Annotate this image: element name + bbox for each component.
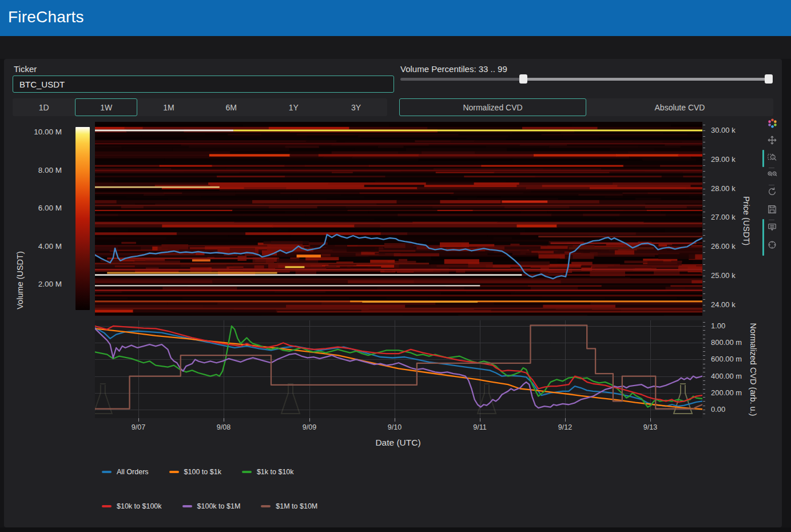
legend-row-2: $10k to $100k$100k to $1M$1M to $10M <box>102 502 317 510</box>
date-tick-label: 9/09 <box>292 423 327 431</box>
zoom-in-out-icon <box>767 169 777 182</box>
volume-tick-label: 2.00 M <box>22 280 62 288</box>
timeframe-1d[interactable]: 1D <box>13 98 75 116</box>
date-tick-label: 9/08 <box>206 423 241 431</box>
cvd-minor-tick <box>703 397 705 398</box>
price-tick-label: 27.00 k <box>711 213 736 221</box>
price-minor-tick <box>703 206 705 207</box>
box-zoom-icon <box>767 152 777 165</box>
price-minor-tick <box>703 305 705 305</box>
price-minor-tick <box>703 276 705 276</box>
cvd-mode-absolute-cvd[interactable]: Absolute CVD <box>586 98 773 116</box>
modebar-active-indicator <box>762 219 764 256</box>
cvd-minor-tick <box>703 351 705 352</box>
price-minor-tick <box>703 259 705 259</box>
price-minor-tick <box>703 182 705 183</box>
price-minor-tick <box>703 229 705 230</box>
timeframe-1w[interactable]: 1W <box>75 98 137 116</box>
ticker-input[interactable] <box>13 76 394 93</box>
ticker-label: Ticker <box>14 64 37 74</box>
modebar-active-indicator <box>762 150 764 167</box>
date-tick-mark <box>138 418 139 422</box>
price-minor-tick <box>703 224 705 224</box>
price-minor-tick <box>703 212 705 212</box>
legend-item[interactable]: $100 to $1k <box>169 468 221 476</box>
cvd-minor-tick <box>703 410 705 410</box>
price-axis-title: Price (USDT) <box>742 189 751 252</box>
volume-tick-label: 8.00 M <box>22 166 62 174</box>
price-minor-tick <box>703 287 705 288</box>
cvd-chart[interactable] <box>95 320 702 418</box>
app-header: FireCharts <box>0 0 791 36</box>
cvd-minor-tick <box>703 393 705 394</box>
volume-percentiles-label: Volume Percentiles: 33 .. 99 <box>400 64 507 74</box>
plotly-logo-button[interactable] <box>766 118 778 130</box>
volume-tick-label: 4.00 M <box>22 242 62 251</box>
price-tick-label: 30.00 k <box>711 126 736 134</box>
price-minor-tick <box>703 194 705 195</box>
cvd-minor-tick <box>703 347 705 348</box>
legend-marker <box>102 471 112 473</box>
pan-button[interactable] <box>766 135 778 148</box>
cvd-minor-tick <box>703 414 705 414</box>
date-axis-title: Date (UTC) <box>369 438 427 448</box>
cvd-minor-tick <box>703 343 705 343</box>
price-minor-tick <box>703 270 705 271</box>
price-minor-tick <box>703 264 705 265</box>
price-minor-tick <box>703 311 705 311</box>
price-minor-tick <box>703 177 705 177</box>
price-minor-tick <box>703 217 705 218</box>
date-tick-label: 9/12 <box>548 423 582 431</box>
box-zoom-button[interactable] <box>766 152 778 165</box>
date-tick-label: 9/11 <box>463 423 497 431</box>
header-substrip <box>0 36 791 59</box>
slider-handle-high[interactable] <box>765 74 773 84</box>
date-tick-mark <box>650 418 651 422</box>
hover-tooltip-button[interactable] <box>766 222 778 235</box>
cvd-minor-tick <box>703 359 705 360</box>
slider-selected-range[interactable] <box>523 78 769 81</box>
timeframe-6m[interactable]: 6M <box>200 98 263 116</box>
volume-percentiles-slider[interactable] <box>400 73 772 85</box>
modebar-separator <box>769 168 774 168</box>
legend-item[interactable]: All Orders <box>102 468 149 476</box>
price-minor-tick <box>703 142 705 142</box>
cvd-minor-tick <box>703 376 705 377</box>
legend-label: $100k to $1M <box>197 502 241 510</box>
reset-axes-icon <box>767 186 777 199</box>
date-tick-label: 9/13 <box>633 423 667 431</box>
price-tick-label: 28.00 k <box>711 184 736 193</box>
date-tick-mark <box>395 418 395 422</box>
cvd-minor-tick <box>703 384 705 385</box>
date-tick-label: 9/10 <box>377 423 412 431</box>
slider-handle-low[interactable] <box>519 74 527 84</box>
timeframe-1m[interactable]: 1M <box>137 98 200 116</box>
cvd-minor-tick <box>703 330 705 331</box>
legend-item[interactable]: $100k to $1M <box>182 502 241 510</box>
timeframe-3y[interactable]: 3Y <box>325 98 387 116</box>
legend-label: $100 to $1k <box>184 468 221 476</box>
price-tick-label: 26.00 k <box>711 242 736 251</box>
legend-item[interactable]: $1M to $10M <box>261 502 317 510</box>
cvd-minor-tick <box>703 364 705 364</box>
legend-marker <box>102 505 112 507</box>
firecharts-app: FireCharts Ticker Volume Percentiles: 33… <box>0 0 791 532</box>
heatmap-chart[interactable] <box>95 122 702 316</box>
cvd-mode-normalized-cvd[interactable]: Normalized CVD <box>399 98 586 116</box>
legend-marker <box>261 505 271 507</box>
volume-colorbar <box>75 127 90 310</box>
cvd-tick-label: 600.00 m <box>711 355 742 363</box>
timeframe-1y[interactable]: 1Y <box>263 98 325 116</box>
price-minor-tick <box>703 148 705 148</box>
reset-axes-button[interactable] <box>766 186 778 199</box>
zoom-in-out-button[interactable] <box>766 169 778 182</box>
price-tick-label: 29.00 k <box>711 155 736 164</box>
crosshair-button[interactable] <box>766 240 778 252</box>
legend-item[interactable]: $1k to $10k <box>242 468 294 476</box>
legend-marker <box>169 471 179 473</box>
save-icon <box>767 204 777 217</box>
hover-tooltip-icon <box>767 222 777 235</box>
cvd-minor-tick <box>703 322 705 323</box>
save-button[interactable] <box>766 204 778 217</box>
legend-item[interactable]: $10k to $100k <box>102 502 162 510</box>
